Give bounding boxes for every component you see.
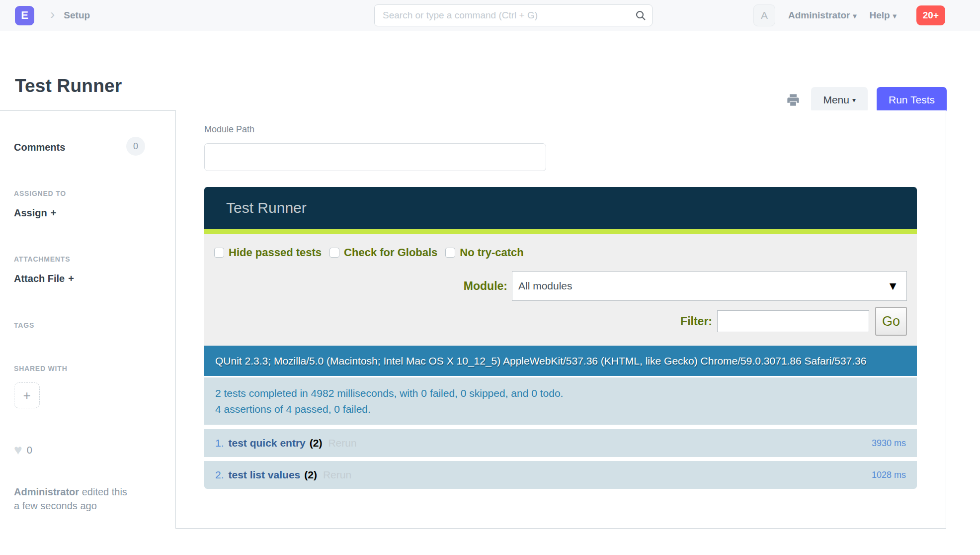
chevron-down-icon: ▾ [852, 96, 856, 104]
test-counts: (2) [304, 469, 317, 481]
qunit-filter-row: Filter: Go [214, 307, 907, 336]
app-window: E › Setup A Administrator▾ Help▾ 20+ [0, 0, 980, 555]
page-actions: Menu▾ Run Tests [784, 87, 947, 113]
add-share-button[interactable]: + [14, 382, 40, 408]
menu-button[interactable]: Menu▾ [811, 87, 868, 113]
checkbox[interactable] [445, 248, 455, 258]
test-counts: (2) [310, 437, 323, 449]
attach-file-button[interactable]: Attach File+ [14, 273, 74, 284]
modified-by-text: Administrator edited this a few seconds … [14, 485, 138, 513]
module-select[interactable]: All modules ▼ [512, 271, 907, 301]
chevron-down-icon: ▾ [853, 12, 857, 20]
app-logo[interactable]: E [15, 6, 34, 25]
test-index: 2. [215, 469, 224, 481]
checkbox-label: Hide passed tests [229, 246, 322, 259]
test-runtime: 1028 ms [872, 470, 906, 480]
avatar[interactable]: A [753, 4, 775, 26]
check-for-globals-checkbox[interactable]: Check for Globals [329, 246, 437, 259]
checkbox[interactable] [214, 248, 224, 258]
chevron-down-icon: ▾ [893, 12, 897, 20]
test-name[interactable]: test list values [229, 469, 301, 481]
attach-file-label: Attach File [14, 273, 65, 284]
qunit-toolbar-checkboxes: Hide passed tests Check for Globals No t… [214, 246, 907, 259]
tags-heading: TAGS [14, 321, 34, 329]
breadcrumb[interactable]: Setup [64, 10, 90, 21]
comments-count-badge: 0 [126, 137, 145, 156]
rerun-link[interactable]: Rerun [323, 469, 351, 481]
qunit-testresult: 2 tests completed in 4982 milliseconds, … [204, 377, 917, 425]
go-button[interactable]: Go [875, 307, 907, 336]
select-arrow-icon: ▼ [887, 279, 906, 293]
help-menu-label: Help [870, 10, 890, 20]
form-body: Module Path Test Runner Hide passed test… [175, 110, 946, 529]
top-navbar: E › Setup A Administrator▾ Help▾ 20+ [0, 0, 980, 31]
menu-button-label: Menu [823, 94, 849, 106]
checkbox-label: Check for Globals [344, 246, 437, 259]
qunit-module-row: Module: All modules ▼ [214, 271, 907, 301]
module-path-label: Module Path [204, 124, 254, 135]
qunit-panel: Test Runner Hide passed tests Check for … [204, 187, 917, 489]
rerun-link[interactable]: Rerun [328, 437, 356, 449]
page-header: Test Runner Menu▾ Run Tests [0, 31, 980, 110]
filter-label: Filter: [680, 315, 712, 328]
qunit-testresult-line1: 2 tests completed in 4982 milliseconds, … [215, 385, 906, 401]
qunit-toolbar: Hide passed tests Check for Globals No t… [204, 234, 917, 346]
run-tests-button[interactable]: Run Tests [877, 87, 947, 113]
no-try-catch-checkbox[interactable]: No try-catch [445, 246, 523, 259]
test-index: 1. [215, 437, 224, 449]
qunit-header: Test Runner [204, 187, 917, 229]
plus-icon: + [51, 207, 57, 218]
qunit-useragent: QUnit 2.3.3; Mozilla/5.0 (Macintosh; Int… [204, 346, 917, 376]
attachments-heading: ATTACHMENTS [14, 255, 70, 263]
like-count: 0 [27, 445, 32, 456]
like-row: ♥ 0 [14, 443, 32, 457]
notifications-badge[interactable]: 20+ [916, 5, 945, 25]
test-name[interactable]: test quick entry [229, 437, 306, 449]
checkbox-label: No try-catch [460, 246, 523, 259]
user-menu[interactable]: Administrator▾ [788, 10, 857, 21]
qunit-testresult-line2: 4 assertions of 4 passed, 0 failed. [215, 401, 906, 417]
test-row: 2. test list values (2) Rerun 1028 ms [204, 461, 917, 489]
navbar-right: A Administrator▾ Help▾ 20+ [753, 0, 945, 31]
module-select-value: All modules [512, 280, 887, 292]
print-icon[interactable] [784, 91, 802, 109]
global-search [374, 4, 653, 26]
heart-icon[interactable]: ♥ [14, 443, 22, 457]
user-menu-label: Administrator [788, 10, 850, 20]
qunit-tests: 1. test quick entry (2) Rerun 3930 ms 2.… [204, 429, 917, 489]
modified-action: edited this [82, 486, 127, 497]
hide-passed-tests-checkbox[interactable]: Hide passed tests [214, 246, 322, 259]
shared-with-heading: SHARED WITH [14, 365, 68, 372]
test-runtime: 3930 ms [872, 438, 906, 449]
plus-icon: + [68, 273, 74, 284]
search-icon [635, 9, 647, 23]
modified-by-user: Administrator [14, 486, 79, 497]
assigned-to-heading: ASSIGNED TO [14, 189, 66, 197]
module-label: Module: [464, 279, 507, 293]
test-row: 1. test quick entry (2) Rerun 3930 ms [204, 429, 917, 457]
sidebar-item-comments[interactable]: Comments [14, 142, 65, 153]
assign-button[interactable]: Assign+ [14, 207, 56, 219]
breadcrumb-chevron-icon: › [50, 7, 55, 21]
page-title: Test Runner [15, 76, 122, 96]
filter-input[interactable] [717, 310, 869, 332]
module-path-input[interactable] [204, 143, 546, 171]
qunit-pass-banner [204, 229, 917, 234]
assign-label: Assign [14, 207, 47, 218]
help-menu[interactable]: Help▾ [870, 10, 897, 21]
navbar-left: E › Setup [15, 0, 90, 31]
checkbox[interactable] [329, 248, 339, 258]
search-input[interactable] [374, 4, 653, 26]
form-sidebar: Comments 0 ASSIGNED TO Assign+ ATTACHMEN… [0, 110, 175, 555]
modified-time: a few seconds ago [14, 499, 138, 513]
